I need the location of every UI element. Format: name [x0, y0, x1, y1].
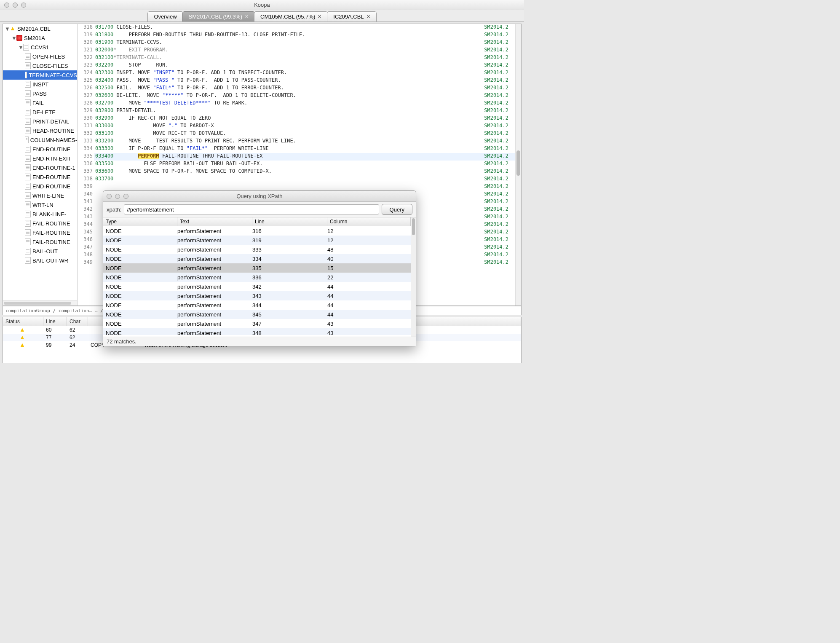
xpath-input[interactable]	[124, 204, 379, 214]
code-line[interactable]: 033100 MOVE REC-CT TO DOTVALUE.SM2014.2	[94, 130, 515, 138]
code-line[interactable]: 033400 PERFORM FAIL-ROUTINE THRU FAIL-RO…	[94, 153, 515, 161]
code-line[interactable]: 033000 MOVE "." TO PARDOT-XSM2014.2	[94, 123, 515, 130]
tree-item[interactable]: PRINT-DETAIL	[3, 117, 77, 126]
result-row[interactable]: NODEperformStatement34244	[103, 282, 411, 291]
code-trail: SM2014.2	[484, 24, 508, 30]
result-row[interactable]: NODEperformStatement34344	[103, 291, 411, 300]
result-row[interactable]: NODEperformStatement34743	[103, 319, 411, 328]
code-line[interactable]: 033300 IF P-OR-F EQUAL TO "FAIL*" PERFOR…	[94, 145, 515, 153]
tree-item[interactable]: INSPT	[3, 80, 77, 89]
tree-item[interactable]: OPEN-FILES	[3, 52, 77, 61]
result-row[interactable]: NODEperformStatement33622	[103, 273, 411, 282]
tree-item[interactable]: END-ROUTINE-1	[3, 163, 77, 172]
tree-item[interactable]: END-ROUTINE	[3, 182, 77, 191]
code-line[interactable]: 031900 TERMINATE-CCVS.SM2014.2	[94, 39, 515, 47]
result-row[interactable]: NODEperformStatement34843	[103, 328, 411, 335]
code-line[interactable]: 032900 IF REC-CT NOT EQUAL TO ZEROSM2014…	[94, 115, 515, 123]
tree-root[interactable]: ▼SM201A.CBL	[3, 24, 77, 33]
results-vscroll[interactable]	[411, 217, 416, 337]
tree-item[interactable]: END-ROUTINE	[3, 145, 77, 154]
xpath-dialog[interactable]: Query using XPath xpath: Query Type Text…	[103, 190, 416, 346]
paragraph-icon	[25, 127, 31, 134]
tree-program[interactable]: ▼SM201A	[3, 33, 77, 43]
code-line[interactable]: 032800 PRINT-DETAIL.SM2014.2	[94, 107, 515, 115]
tab-0[interactable]: Overview	[147, 11, 183, 21]
tree-item[interactable]: COLUMN-NAMES-	[3, 135, 77, 145]
code-line[interactable]: 032000* EXIT PROGRAM.SM2014.2	[94, 47, 515, 54]
code-line[interactable]: 032100*TERMINATE-CALL.SM2014.2	[94, 54, 515, 62]
tree-item[interactable]: FAIL-ROUTINE	[3, 219, 77, 228]
code-trail: SM2014.2	[484, 214, 508, 220]
code-line[interactable]: 032700 MOVE "****TEST DELETED****" TO RE…	[94, 100, 515, 107]
paragraph-icon	[25, 192, 31, 199]
code-trail: SM2014.2	[484, 259, 508, 265]
tree-hscroll[interactable]	[3, 300, 77, 305]
code-trail: SM2014.2	[484, 77, 508, 83]
tree-item[interactable]: TERMINATE-CCVS	[3, 70, 77, 80]
tree-item[interactable]: CLOSE-FILES	[3, 61, 77, 70]
result-row[interactable]: NODEperformStatement31612	[103, 226, 411, 236]
paragraph-icon	[25, 201, 31, 208]
code-line[interactable]: 033500 ELSE PERFORM BAIL-OUT THRU BAIL-O…	[94, 161, 515, 168]
tab-close-icon[interactable]: ✕	[366, 14, 370, 19]
outline-tree[interactable]: ▼SM201A.CBL▼SM201A▼CCVS1OPEN-FILESCLOSE-…	[3, 24, 78, 305]
code-line[interactable]: 032300 INSPT. MOVE "INSPT" TO P-OR-F. AD…	[94, 70, 515, 77]
result-row[interactable]: NODEperformStatement34444	[103, 300, 411, 310]
code-trail: SM2014.2	[484, 39, 508, 45]
code-line[interactable]: 033700SM2014.2	[94, 176, 515, 183]
code-line[interactable]: 033200 MOVE TEST-RESULTS TO PRINT-REC. P…	[94, 138, 515, 145]
code-trail: SM2014.2	[484, 206, 508, 212]
col-status[interactable]: Status	[3, 317, 43, 326]
tab-close-icon[interactable]: ✕	[245, 14, 249, 19]
code-line[interactable]: 031800 PERFORM END-ROUTINE THRU END-ROUT…	[94, 32, 515, 39]
paragraph-icon	[25, 62, 31, 69]
tree-item[interactable]: DE-LETE	[3, 107, 77, 117]
tree-item[interactable]: END-ROUTINE	[3, 172, 77, 182]
results-table[interactable]: Type Text Line Column NODEperformStateme…	[103, 217, 416, 337]
tree-item[interactable]: FAIL-ROUTINE	[3, 237, 77, 246]
tree-item[interactable]: HEAD-ROUTINE	[3, 126, 77, 135]
rescol-col[interactable]: Column	[327, 217, 411, 226]
result-row[interactable]: NODEperformStatement34544	[103, 310, 411, 319]
result-row[interactable]: NODEperformStatement31912	[103, 236, 411, 245]
code-trail: SM2014.2	[484, 221, 508, 227]
rescol-text[interactable]: Text	[177, 217, 252, 226]
paragraph-icon	[25, 137, 29, 143]
result-row[interactable]: NODEperformStatement33515	[103, 263, 411, 273]
tree-item[interactable]: WRT-LN	[3, 200, 77, 209]
col-char[interactable]: Char	[67, 317, 88, 326]
code-line[interactable]: 032600 DE-LETE. MOVE "*****" TO P-OR-F. …	[94, 92, 515, 100]
tree-item[interactable]: BLANK-LINE-	[3, 209, 77, 219]
code-vscroll[interactable]	[515, 24, 521, 305]
code-line[interactable]: 031700 CLOSE-FILES.SM2014.2	[94, 24, 515, 32]
tab-close-icon[interactable]: ✕	[318, 14, 321, 19]
code-line[interactable]: 033600 MOVE SPACE TO P-OR-F. MOVE SPACE …	[94, 168, 515, 176]
tree-item[interactable]: BAIL-OUT	[3, 246, 77, 256]
rescol-line[interactable]: Line	[252, 217, 327, 226]
tab-2[interactable]: CM105M.CBL (95.7%)✕	[254, 11, 328, 21]
result-row[interactable]: NODEperformStatement33440	[103, 254, 411, 263]
tree-item[interactable]: BAIL-OUT-WR	[3, 256, 77, 265]
tree-item[interactable]: END-RTN-EXIT	[3, 154, 77, 163]
rescol-type[interactable]: Type	[103, 217, 177, 226]
query-button[interactable]: Query	[382, 204, 412, 215]
col-line[interactable]: Line	[43, 317, 67, 326]
tree-section[interactable]: ▼CCVS1	[3, 43, 77, 52]
tree-item[interactable]: PASS	[3, 89, 77, 98]
warning-icon	[19, 335, 25, 340]
tab-3[interactable]: IC209A.CBL✕	[327, 11, 376, 21]
code-line[interactable]: 032500 FAIL. MOVE "FAIL*" TO P-OR-F. ADD…	[94, 85, 515, 92]
tree-item[interactable]: FAIL	[3, 98, 77, 107]
code-line[interactable]: SM2014.2	[94, 183, 515, 191]
dialog-titlebar[interactable]: Query using XPath	[103, 191, 416, 202]
code-trail: SM2014.2	[484, 198, 508, 204]
code-line[interactable]: 032200 STOP RUN.SM2014.2	[94, 62, 515, 70]
tree-item[interactable]: WRITE-LINE	[3, 191, 77, 200]
dialog-title: Query using XPath	[103, 193, 416, 199]
tree-item[interactable]: FAIL-ROUTINE	[3, 228, 77, 237]
code-line[interactable]: 032400 PASS. MOVE "PASS " TO P-OR-F. ADD…	[94, 77, 515, 85]
result-row[interactable]: NODEperformStatement33348	[103, 245, 411, 254]
paragraph-icon	[25, 238, 31, 245]
code-trail: SM2014.2	[484, 32, 508, 38]
tab-1[interactable]: SM201A.CBL (99.3%)✕	[182, 11, 255, 21]
